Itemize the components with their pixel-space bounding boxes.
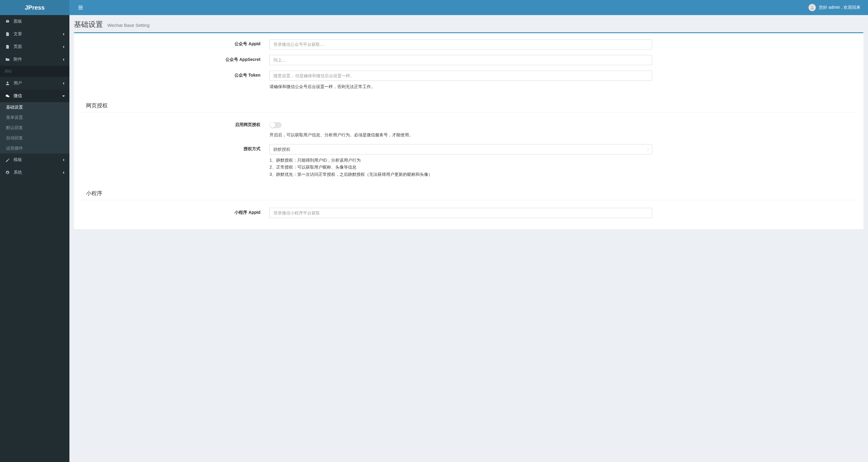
section-miniprogram: 小程序 (77, 184, 861, 200)
divider (82, 200, 856, 200)
sidebar-item-dashboard[interactable]: 面板 (0, 15, 69, 28)
mp-appid-input[interactable] (270, 208, 652, 218)
auth-mode-help-line: 1、静默授权：只能得到用户ID，分析该用户行为 (270, 157, 652, 164)
sidebar: 面板 文章 页面 附件 (0, 15, 69, 462)
form-group-enable-web-auth: 启用网页授权 开启后，可以获取用户信息、分析用户行为。必须是微信服务号，才能使用… (77, 120, 861, 139)
logo[interactable]: JPress (0, 0, 69, 15)
appsecret-input[interactable] (270, 55, 652, 65)
avatar-icon (809, 4, 816, 11)
svg-point-3 (812, 6, 813, 7)
token-input[interactable] (270, 71, 652, 81)
token-help: 请确保和微信公众号后台设置一样，否则无法正常工作。 (270, 83, 652, 91)
submenu-item-default-reply[interactable]: 默认回复 (0, 123, 69, 133)
sidebar-item-label: 附件 (13, 57, 22, 62)
file-icon (4, 45, 10, 49)
chevron-left-icon (62, 159, 65, 161)
sidebar-submenu-wechat: 基础设置 菜单设置 默认回复 自动回复 运营插件 (0, 102, 69, 154)
chevron-left-icon (62, 33, 65, 36)
sidebar-item-user[interactable]: 用户 (0, 77, 69, 90)
dashboard-icon (4, 19, 10, 24)
chevron-left-icon (62, 58, 65, 61)
divider (82, 112, 856, 112)
sidebar-item-attachment[interactable]: 附件 (0, 53, 69, 66)
submenu-item-menu[interactable]: 菜单设置 (0, 112, 69, 123)
hamburger-icon (79, 5, 83, 10)
sidebar-item-label: 页面 (13, 44, 22, 50)
mp-appid-label: 小程序 AppId (77, 208, 265, 215)
enable-web-auth-help: 开启后，可以获取用户信息、分析用户行为。必须是微信服务号，才能使用。 (270, 131, 652, 139)
sidebar-item-label: 文章 (13, 31, 22, 37)
page-subtitle: Wechat Base Setting (107, 23, 150, 28)
sidebar-item-label: 系统 (13, 170, 22, 175)
sidebar-toggle-button[interactable] (74, 2, 87, 13)
user-icon (4, 81, 10, 85)
chevron-left-icon (62, 45, 65, 48)
sidebar-item-template[interactable]: 模板 (0, 154, 69, 166)
sidebar-item-system[interactable]: 系统 (0, 166, 69, 179)
chevron-left-icon (62, 171, 65, 174)
gear-icon (4, 170, 10, 175)
page-title: 基础设置 (74, 20, 103, 28)
appsecret-label: 公众号 AppSecret (77, 55, 265, 62)
sidebar-item-label: 模板 (13, 157, 22, 163)
content-wrapper: 基础设置 Wechat Base Setting 公众号 AppId 公 (69, 15, 868, 462)
form-group-appsecret: 公众号 AppSecret (77, 55, 861, 65)
navbar: 您好 admin , 欢迎回来 (69, 0, 868, 15)
auth-mode-select[interactable]: 静默授权 (270, 144, 652, 155)
form-group-auth-mode: 授权方式 静默授权 1、静默授权：只能得到用户ID，分析该用户行为 2、正常授权… (77, 144, 861, 178)
auth-mode-help-line: 3、静默优先：第一次访问正常授权，之后静默授权（无法获得用户更新的昵称和头像） (270, 171, 652, 178)
form-group-mp-appid: 小程序 AppId (77, 208, 861, 218)
form-group-appid: 公众号 AppId (77, 39, 861, 50)
chevron-down-icon (62, 95, 65, 97)
chevron-left-icon (62, 82, 65, 85)
magic-icon (4, 158, 10, 162)
wechat-icon (4, 94, 10, 98)
content-header: 基础设置 Wechat Base Setting (69, 15, 868, 32)
file-text-icon (4, 32, 10, 36)
sidebar-item-label: 微信 (13, 93, 22, 99)
auth-mode-help: 1、静默授权：只能得到用户ID，分析该用户行为 2、正常授权：可以获取用户昵称、… (270, 157, 652, 178)
user-greeting: 您好 admin , 欢迎回来 (819, 5, 861, 10)
enable-web-auth-toggle[interactable] (270, 122, 282, 128)
sidebar-section-base: 基础 (0, 66, 69, 77)
appid-label: 公众号 AppId (77, 39, 265, 47)
sidebar-item-label: 面板 (13, 19, 22, 24)
sidebar-item-label: 用户 (13, 80, 22, 86)
enable-web-auth-label: 启用网页授权 (77, 120, 265, 128)
submenu-item-base[interactable]: 基础设置 (0, 102, 69, 112)
svg-rect-2 (79, 9, 83, 9)
svg-point-4 (7, 82, 8, 83)
appid-input[interactable] (270, 39, 652, 50)
token-label: 公众号 Token (77, 71, 265, 78)
submenu-item-auto-reply[interactable]: 自动回复 (0, 133, 69, 143)
sidebar-item-page[interactable]: 页面 (0, 40, 69, 53)
svg-point-6 (7, 96, 9, 97)
auth-mode-label: 授权方式 (77, 144, 265, 152)
main-header: JPress 您好 admin , 欢迎回来 (0, 0, 868, 15)
submenu-item-plugin[interactable]: 运营插件 (0, 143, 69, 154)
svg-rect-0 (79, 6, 83, 6)
form-group-token: 公众号 Token 请确保和微信公众号后台设置一样，否则无法正常工作。 (77, 71, 861, 91)
settings-box: 公众号 AppId 公众号 AppSecret 公众 (74, 32, 864, 230)
navbar-user[interactable]: 您好 admin , 欢迎回来 (809, 4, 864, 11)
auth-mode-help-line: 2、正常授权：可以获取用户昵称、头像等信息 (270, 164, 652, 171)
sidebar-item-article[interactable]: 文章 (0, 28, 69, 40)
svg-rect-1 (79, 7, 83, 8)
section-web-auth: 网页授权 (77, 96, 861, 112)
sidebar-item-wechat[interactable]: 微信 (0, 90, 69, 102)
folder-icon (4, 57, 10, 62)
